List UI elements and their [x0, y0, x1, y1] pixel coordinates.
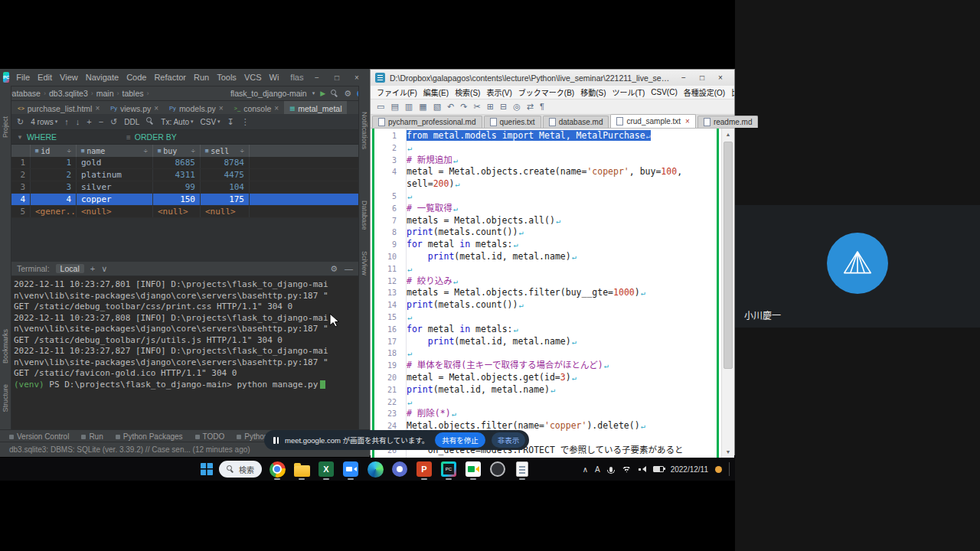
document-tab[interactable]: crud_sample.txt× [610, 114, 695, 128]
column-header-name[interactable]: ▦name÷ [77, 145, 153, 157]
new-terminal-icon[interactable]: + [90, 265, 95, 273]
close-icon[interactable]: × [95, 104, 100, 112]
ide-menu-item[interactable]: Run [190, 73, 213, 82]
last-row-icon[interactable]: ↓ [76, 118, 80, 126]
open-file-icon[interactable]: ▤ [390, 103, 398, 111]
close-icon[interactable]: × [219, 104, 224, 112]
run-button[interactable]: ▶ [320, 90, 325, 97]
tool-window-button[interactable]: Structure [2, 384, 9, 412]
ide-menu-item[interactable]: Tools [213, 73, 240, 82]
export-icon[interactable]: ↧ [227, 118, 234, 126]
clock-date[interactable]: 2022/12/11 [671, 465, 708, 474]
powerpoint-icon[interactable] [415, 460, 433, 478]
scroll-down-icon[interactable]: ▼ [722, 446, 734, 458]
editor-body[interactable]: 1from metal.models import Metal, MetalPu… [371, 129, 734, 458]
ide-menu-item[interactable]: Code [122, 73, 150, 82]
editor-menu-item[interactable]: 移動(S) [577, 86, 609, 98]
table-row[interactable]: 11gold86858784 [11, 157, 359, 169]
maximize-icon[interactable]: □ [693, 73, 711, 82]
cell-id[interactable]: 1 [31, 157, 77, 168]
battery-icon[interactable] [653, 466, 664, 473]
pycharm-icon[interactable] [439, 460, 458, 478]
editor-menu-item[interactable]: 検索(S) [452, 86, 483, 98]
table-row[interactable]: 33silver99104 [11, 181, 359, 194]
taskbar-search[interactable]: 検索 [219, 461, 262, 478]
sort-filter-icon[interactable]: ÷ [240, 147, 244, 155]
more-options-icon[interactable]: ⋮ [241, 118, 250, 126]
cell-buy[interactable]: 4311 [153, 169, 201, 181]
participant-tile[interactable]: 小川慶一 [735, 205, 980, 328]
new-file-icon[interactable]: ▭ [377, 103, 384, 111]
paste-icon[interactable]: ⊟ [500, 103, 507, 111]
row-count-selector[interactable]: 4 rows▾ [31, 118, 57, 126]
close-icon[interactable]: × [274, 104, 279, 112]
wifi-icon[interactable] [622, 466, 632, 473]
tx-mode-selector[interactable]: Tx: Auto▾ [161, 118, 193, 126]
vertical-scrollbar[interactable]: ▲ ▼ [721, 129, 734, 458]
copy-icon[interactable]: ⊞ [487, 103, 494, 111]
tool-window-button[interactable]: Bookmarks [2, 329, 9, 364]
cell-buy[interactable]: 99 [153, 181, 201, 193]
document-tab[interactable]: queries.txt [484, 116, 541, 128]
minimize-icon[interactable]: − [307, 73, 327, 82]
editor-menu-item[interactable]: 各種設定(O) [681, 86, 728, 98]
status-widget[interactable]: TODO [195, 432, 225, 441]
column-header-sell[interactable]: ▦sell÷ [201, 145, 250, 157]
revert-icon[interactable]: ↺ [110, 118, 117, 126]
ide-menu-item[interactable]: View [56, 73, 82, 82]
csv-selector[interactable]: CSV▾ [201, 118, 220, 126]
replace-icon[interactable]: ⇄ [527, 103, 534, 111]
cell-id[interactable]: 3 [31, 181, 77, 193]
recorder-app-icon[interactable] [488, 460, 507, 478]
print-icon[interactable]: ▧ [433, 103, 441, 111]
editor-menu-item[interactable]: CSV(C) [648, 88, 680, 96]
tray-expand-icon[interactable]: ∧ [583, 465, 588, 474]
cell-name[interactable]: <null> [77, 206, 153, 217]
cell-sell[interactable]: <null> [201, 206, 250, 217]
chrome-icon[interactable] [268, 460, 286, 478]
cell-name[interactable]: gold [77, 157, 153, 168]
column-header-buy[interactable]: ▦buy÷ [153, 145, 201, 157]
search-icon[interactable]: ◎ [513, 103, 521, 111]
mic-icon[interactable] [609, 467, 612, 472]
cell-sell[interactable]: 4475 [201, 169, 250, 181]
cell-id[interactable]: 2 [31, 169, 77, 181]
terminal-tab-local[interactable]: Local [56, 264, 84, 273]
ide-menu-item[interactable]: File [12, 73, 34, 82]
show-desktop-button[interactable] [729, 462, 732, 476]
sort-filter-icon[interactable]: ÷ [191, 147, 195, 155]
add-row-icon[interactable]: + [87, 118, 91, 126]
status-widget[interactable]: Python Packages [116, 432, 183, 441]
close-icon[interactable]: × [685, 117, 690, 126]
tool-window-button[interactable]: SciView [361, 251, 368, 276]
status-widget[interactable]: Run [81, 432, 103, 441]
close-icon[interactable]: × [154, 104, 158, 112]
cell-id[interactable]: 4 [31, 194, 77, 205]
undo-icon[interactable]: ↶ [447, 103, 454, 111]
cell-id[interactable]: <gener... [31, 206, 77, 217]
ide-menu-item[interactable]: Edit [34, 73, 56, 82]
status-widget[interactable]: Version Control [9, 432, 69, 441]
search-everywhere-icon[interactable] [331, 90, 338, 97]
delete-row-icon[interactable]: − [99, 118, 103, 126]
tool-window-button[interactable]: Database [361, 201, 368, 230]
ime-mode-indicator[interactable]: A [595, 465, 600, 474]
document-tab[interactable]: readme.md [697, 116, 759, 128]
ide-menu-item[interactable]: Wi [266, 73, 283, 82]
hide-banner-button[interactable]: 非表示 [492, 432, 526, 448]
document-tab[interactable]: pycharm_professional.md [372, 116, 482, 128]
notepad-icon[interactable] [513, 460, 531, 478]
edge-icon[interactable] [366, 460, 384, 478]
ide-menu-item[interactable]: Navigate [82, 73, 122, 82]
ide-menu-item[interactable]: VCS [240, 73, 266, 82]
sort-filter-icon[interactable]: ÷ [144, 147, 148, 155]
reload-icon[interactable]: ↻ [17, 118, 24, 126]
close-icon[interactable]: × [711, 73, 730, 82]
save-icon[interactable]: ▥ [405, 103, 413, 111]
order-by-filter[interactable]: ORDER BY [135, 132, 177, 142]
editor-menu-item[interactable]: 比較(D) [728, 86, 734, 98]
minimize-panel-icon[interactable]: — [345, 265, 353, 273]
first-row-icon[interactable]: ↑ [64, 118, 69, 126]
terminal-settings-icon[interactable]: ⚙ [330, 265, 338, 273]
breadcrumb-item[interactable]: db3.sqlite3 [49, 89, 88, 98]
